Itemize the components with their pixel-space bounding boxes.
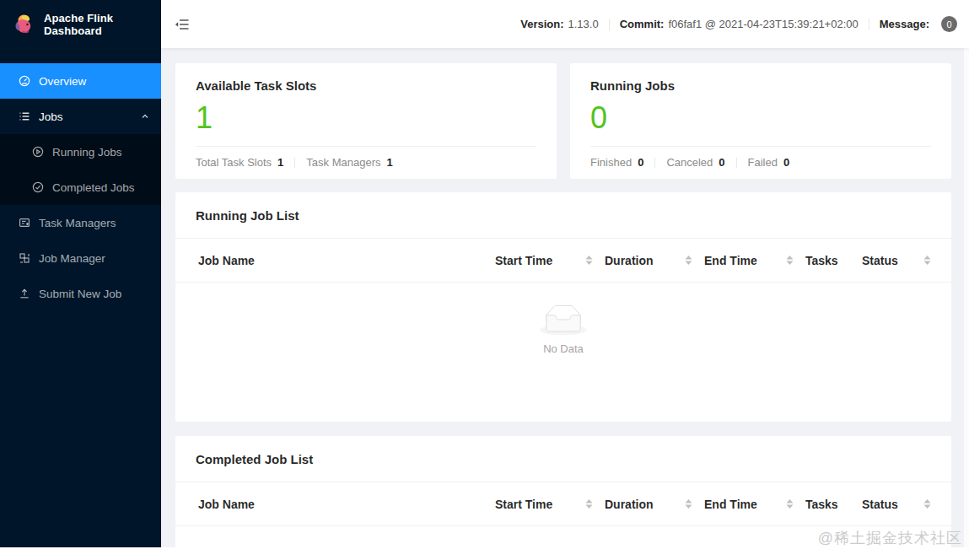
stat-divider <box>294 158 295 168</box>
sidebar: Apache Flink Dashboard Overview <box>0 0 161 547</box>
card-title: Running Jobs <box>590 78 931 93</box>
sidebar-item-label: Running Jobs <box>52 146 122 159</box>
sidebar-item-jobs[interactable]: Jobs <box>0 99 161 134</box>
column-label: Job Name <box>198 254 255 267</box>
app-window: Apache Flink Dashboard Overview <box>0 0 969 547</box>
running-job-list-card: Running Job List Job Name Start Time Dur… <box>175 192 951 422</box>
sidebar-item-completed-jobs[interactable]: Completed Jobs <box>0 170 161 205</box>
column-header-start-time[interactable]: Start Time <box>495 254 605 267</box>
stat-value: 0 <box>638 156 643 169</box>
completed-job-list-card: Completed Job List Job Name Start Time D… <box>175 436 951 547</box>
scrollbar-track[interactable] <box>964 48 969 547</box>
stat-label: Finished <box>590 156 632 169</box>
column-header-tasks: Tasks <box>805 498 862 511</box>
chevron-up-icon <box>141 112 149 121</box>
column-label: Start Time <box>495 498 552 511</box>
stat-value: 1 <box>386 156 392 169</box>
column-header-job-name: Job Name <box>175 254 495 267</box>
column-header-job-name: Job Name <box>175 498 495 511</box>
column-label: Duration <box>605 498 654 511</box>
empty-state-text: No Data <box>543 342 584 355</box>
sort-carets-icon <box>923 499 931 509</box>
stat-label: Total Task Slots <box>196 156 272 169</box>
stat-pair: Task Managers 1 <box>306 156 392 169</box>
stat-value: 0 <box>719 156 724 169</box>
column-label: End Time <box>704 254 757 267</box>
task-managers-icon <box>19 217 30 229</box>
divider <box>590 146 931 147</box>
stat-label: Canceled <box>666 156 713 169</box>
meta-divider <box>609 19 610 30</box>
commit-value: f06faf1 @ 2021-04-23T15:39:21+02:00 <box>668 18 858 30</box>
sidebar-item-job-manager[interactable]: Job Manager <box>0 240 161 276</box>
column-header-tasks: Tasks <box>805 254 862 267</box>
completed-job-list-title: Completed Job List <box>175 436 951 482</box>
column-label: Tasks <box>805 254 838 267</box>
sort-carets-icon <box>585 499 593 509</box>
running-job-list-title: Running Job List <box>175 192 951 239</box>
running-jobs-card: Running Jobs 0 Finished 0 Canceled 0 <box>570 63 951 179</box>
stat-value: 1 <box>277 156 283 169</box>
column-header-end-time[interactable]: End Time <box>704 498 805 511</box>
flink-logo-home[interactable]: Apache Flink Dashboard <box>0 0 161 48</box>
message-label: Message: <box>880 18 929 30</box>
sort-carets-icon <box>685 499 692 509</box>
sidebar-item-label: Overview <box>39 75 86 88</box>
main-area: Version: 1.13.0 Commit: f06faf1 @ 2021-0… <box>161 0 969 547</box>
column-label: End Time <box>704 498 757 511</box>
stat-cards-row: Available Task Slots 1 Total Task Slots … <box>175 63 951 179</box>
sort-carets-icon <box>923 256 931 265</box>
check-circle-icon <box>32 181 44 193</box>
build-meta: Version: 1.13.0 Commit: f06faf1 @ 2021-0… <box>520 16 957 32</box>
stat-pair: Total Task Slots 1 <box>196 156 283 169</box>
running-jobs-value: 0 <box>590 100 931 137</box>
stat-pair: Canceled 0 <box>666 156 724 169</box>
sidebar-item-submit-new-job[interactable]: Submit New Job <box>0 276 161 311</box>
content: Available Task Slots 1 Total Task Slots … <box>161 48 969 547</box>
sort-carets-icon <box>585 256 593 265</box>
sidebar-item-label: Jobs <box>39 110 63 123</box>
app-title: Apache Flink Dashboard <box>44 12 161 37</box>
menu-fold-icon[interactable] <box>175 17 190 32</box>
version-value: 1.13.0 <box>568 18 599 30</box>
stat-divider <box>654 158 655 168</box>
unordered-list-icon <box>19 110 30 122</box>
column-header-duration[interactable]: Duration <box>605 498 704 511</box>
meta-divider <box>869 19 869 30</box>
column-header-duration[interactable]: Duration <box>605 254 704 267</box>
sidebar-item-label: Completed Jobs <box>52 181 135 194</box>
top-bar: Version: 1.13.0 Commit: f06faf1 @ 2021-0… <box>161 0 969 48</box>
card-stats: Finished 0 Canceled 0 Failed 0 <box>590 156 931 169</box>
available-task-slots-card: Available Task Slots 1 Total Task Slots … <box>175 63 557 179</box>
sidebar-item-running-jobs[interactable]: Running Jobs <box>0 134 161 170</box>
upload-icon <box>19 288 30 299</box>
dashboard-icon <box>19 75 30 87</box>
completed-jobs-table-header: Job Name Start Time Duration <box>175 482 951 526</box>
flink-squirrel-logo-icon <box>12 12 37 37</box>
sort-carets-icon <box>786 499 794 509</box>
play-circle-icon <box>32 146 44 158</box>
sidebar-item-task-managers[interactable]: Task Managers <box>0 205 161 240</box>
running-jobs-table-header: Job Name Start Time Duration <box>175 239 951 283</box>
stat-label: Task Managers <box>306 156 380 169</box>
sort-carets-icon <box>786 256 794 265</box>
column-label: Duration <box>605 254 654 267</box>
column-header-status[interactable]: Status <box>862 254 951 267</box>
column-header-start-time[interactable]: Start Time <box>495 498 605 511</box>
sidebar-item-overview[interactable]: Overview <box>0 63 161 99</box>
stat-pair: Failed 0 <box>748 156 790 169</box>
available-task-slots-value: 1 <box>196 100 536 137</box>
message-count-badge: 0 <box>941 16 957 32</box>
card-title: Available Task Slots <box>196 78 536 93</box>
column-header-end-time[interactable]: End Time <box>704 254 805 267</box>
stat-pair: Finished 0 <box>590 156 643 169</box>
divider <box>196 146 536 147</box>
commit-label: Commit: <box>620 18 665 30</box>
sidebar-item-label: Task Managers <box>39 217 116 229</box>
stat-label: Failed <box>748 156 778 169</box>
empty-inbox-icon <box>540 304 587 336</box>
sidebar-item-label: Submit New Job <box>39 288 121 300</box>
column-header-status[interactable]: Status <box>862 498 951 511</box>
column-label: Tasks <box>805 498 838 511</box>
card-stats: Total Task Slots 1 Task Managers 1 <box>196 156 536 169</box>
